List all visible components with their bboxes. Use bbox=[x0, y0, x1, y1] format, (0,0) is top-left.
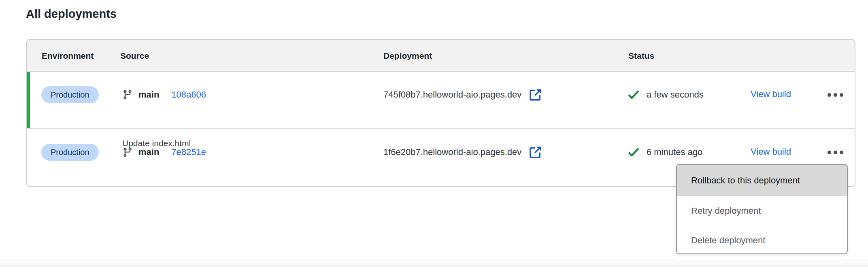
menu-item-retry[interactable]: Retry deployment bbox=[677, 196, 847, 225]
section-divider-band bbox=[0, 259, 868, 266]
table-header-row: Environment Source Deployment Status bbox=[27, 40, 855, 72]
column-header-environment: Environment bbox=[42, 40, 94, 72]
deployment-actions-menu: Rollback to this deployment Retry deploy… bbox=[676, 164, 848, 254]
git-branch-icon bbox=[122, 147, 133, 157]
kebab-menu-icon bbox=[828, 151, 831, 154]
current-deployment-indicator bbox=[27, 72, 30, 128]
view-build-link[interactable]: View build bbox=[751, 147, 791, 157]
kebab-menu-icon bbox=[828, 93, 831, 97]
environment-badge: Production bbox=[41, 144, 99, 161]
status-time: 6 minutes ago bbox=[647, 147, 702, 157]
row-actions-menu-button[interactable] bbox=[822, 144, 849, 160]
menu-item-delete[interactable]: Delete deployment bbox=[677, 225, 847, 254]
page-title: All deployments bbox=[26, 7, 117, 21]
column-header-deployment: Deployment bbox=[383, 40, 432, 72]
row-actions-menu-button[interactable] bbox=[822, 87, 849, 103]
column-header-status: Status bbox=[628, 40, 654, 72]
environment-badge: Production bbox=[41, 86, 99, 103]
deployment-cell: 745f08b7.helloworld-aio.pages.dev bbox=[383, 88, 542, 102]
status-cell: a few seconds bbox=[628, 88, 704, 102]
check-icon bbox=[628, 147, 640, 157]
commit-link[interactable]: 7e8251e bbox=[171, 147, 206, 157]
check-icon bbox=[628, 89, 640, 100]
branch-name: main bbox=[138, 147, 159, 157]
external-link-icon[interactable] bbox=[528, 145, 542, 159]
status-time: a few seconds bbox=[647, 89, 704, 100]
view-build-link[interactable]: View build bbox=[751, 89, 791, 100]
git-branch-icon bbox=[122, 89, 133, 100]
deployment-url: 745f08b7.helloworld-aio.pages.dev bbox=[383, 89, 521, 100]
status-cell: 6 minutes ago bbox=[628, 145, 702, 159]
commit-link[interactable]: 108a606 bbox=[171, 89, 206, 100]
source-cell: main 7e8251e bbox=[122, 145, 206, 159]
menu-item-rollback[interactable]: Rollback to this deployment bbox=[677, 165, 847, 196]
table-row: Production main 108a606 Update index.htm… bbox=[27, 72, 855, 129]
branch-name: main bbox=[138, 89, 159, 100]
source-cell: main 108a606 bbox=[122, 88, 206, 102]
deployment-cell: 1f6e20b7.helloworld-aio.pages.dev bbox=[383, 145, 542, 159]
deployment-url: 1f6e20b7.helloworld-aio.pages.dev bbox=[383, 147, 521, 157]
section-divider bbox=[0, 266, 868, 266]
column-header-source: Source bbox=[120, 40, 149, 72]
external-link-icon[interactable] bbox=[528, 88, 542, 102]
